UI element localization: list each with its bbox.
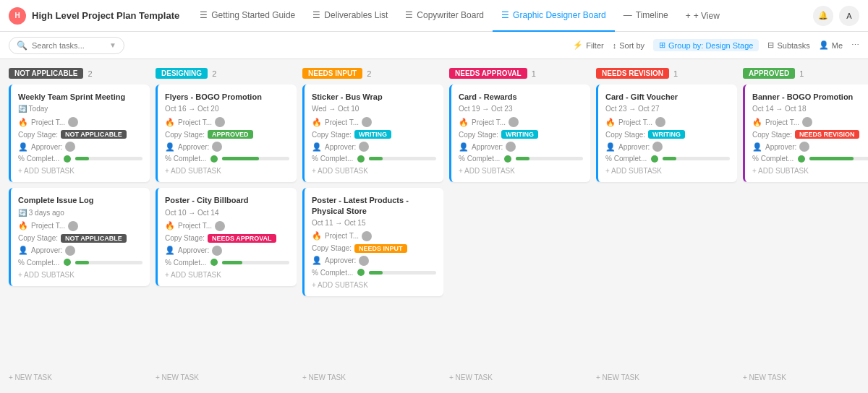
progress-row: % Complet...	[18, 259, 142, 267]
app-logo: H	[9, 7, 26, 25]
progress-row: % Complet...	[312, 155, 436, 163]
tab-getting-started[interactable]: ☰ Getting Started Guide	[191, 0, 304, 32]
task-card[interactable]: Poster - City Billboard Oct 10 → Oct 14 …	[156, 188, 297, 285]
tab-deliverables[interactable]: ☰ Deliverables List	[304, 0, 396, 32]
task-card[interactable]: Sticker - Bus Wrap Wed → Oct 10 🔥 Projec…	[302, 85, 443, 182]
new-task-button[interactable]: + NEW TASK	[596, 371, 737, 384]
card-title: Banner - BOGO Promotion	[752, 92, 868, 102]
approver-label: Approver:	[178, 246, 209, 254]
search-box[interactable]: 🔍 ▼	[9, 37, 124, 54]
sort-button[interactable]: ↕ Sort by	[613, 41, 644, 50]
tab-label: Deliverables List	[324, 10, 388, 20]
copy-stage-badge: NOT APPLICABLE	[61, 130, 127, 139]
tab-label: Timeline	[636, 10, 668, 20]
task-card[interactable]: Banner - BOGO Promotion Oct 14 → Oct 18 …	[743, 85, 868, 182]
project-label: Project T...	[472, 118, 506, 126]
progress-dot	[64, 259, 71, 266]
copy-stage-badge: WRITING	[648, 130, 685, 139]
fire-icon: 🔥	[459, 118, 469, 127]
group-by-button[interactable]: ⊞ Group by: Design Stage	[653, 39, 759, 51]
progress-dot	[357, 155, 365, 163]
progress-label: % Complet...	[752, 155, 793, 163]
card-project-row: 🔥 Project T...	[312, 231, 436, 241]
column-needs-approval: NEEDS APPROVAL 1 Card - Rewards Oct 19 →…	[449, 68, 590, 384]
new-task-button[interactable]: + NEW TASK	[9, 371, 150, 384]
task-card[interactable]: Weekly Team Sprint Meeting 🔄 Today 🔥 Pro…	[9, 85, 150, 182]
toolbar-right: ⚡ Filter ↕ Sort by ⊞ Group by: Design St…	[573, 39, 859, 51]
column-count: 1	[799, 69, 804, 78]
tab-timeline[interactable]: — Timeline	[615, 0, 677, 32]
add-subtask-button[interactable]: + ADD SUBTASK	[459, 167, 583, 175]
project-label: Project T...	[765, 118, 799, 126]
filter-button[interactable]: ⚡ Filter	[573, 40, 603, 50]
tab-copywriter[interactable]: ☰ Copywriter Board	[396, 0, 493, 32]
progress-bar-background	[369, 157, 436, 160]
notification-icon[interactable]: 🔔	[813, 6, 833, 26]
task-card[interactable]: Card - Gift Voucher Oct 23 → Oct 27 🔥 Pr…	[596, 85, 737, 182]
more-options-icon[interactable]: ⋯	[851, 40, 859, 50]
new-task-button[interactable]: + NEW TASK	[302, 371, 443, 384]
subtasks-button[interactable]: ⊟ Subtasks	[767, 40, 809, 50]
copy-stage-row: Copy Stage: WRITING	[459, 130, 583, 139]
approver-label: Approver:	[31, 143, 62, 151]
column-header: APPROVED 1	[743, 68, 868, 79]
date-prefix-icon: 🔄	[18, 105, 27, 113]
add-subtask-button[interactable]: + ADD SUBTASK	[18, 271, 142, 279]
column-needs-input: NEEDS INPUT 2 Sticker - Bus Wrap Wed → O…	[302, 68, 443, 384]
subtasks-icon: ⊟	[767, 40, 774, 50]
add-subtask-button[interactable]: + ADD SUBTASK	[18, 167, 142, 175]
card-title: Poster - City Billboard	[165, 195, 289, 205]
add-view-label: + View	[694, 11, 720, 21]
copy-stage-badge: NEEDS REVISION	[795, 130, 859, 139]
avatar	[509, 117, 519, 127]
new-task-button[interactable]: + NEW TASK	[449, 371, 590, 384]
new-task-button[interactable]: + NEW TASK	[156, 371, 297, 384]
add-subtask-button[interactable]: + ADD SUBTASK	[312, 167, 436, 175]
add-subtask-button[interactable]: + ADD SUBTASK	[312, 281, 436, 289]
copy-stage-label: Copy Stage:	[18, 131, 58, 139]
task-card[interactable]: Poster - Latest Products - Physical Stor…	[302, 188, 443, 296]
avatar	[362, 117, 372, 127]
progress-bar-background	[222, 261, 289, 264]
cards-area: Card - Rewards Oct 19 → Oct 23 🔥 Project…	[449, 85, 590, 365]
task-card[interactable]: Complete Issue Log 🔄 3 days ago 🔥 Projec…	[9, 188, 150, 285]
progress-label: % Complet...	[459, 155, 500, 163]
column-badge: DESIGNING	[156, 68, 208, 79]
progress-row: % Complet...	[605, 155, 730, 163]
column-needs-revision: NEEDS REVISION 1 Card - Gift Voucher Oct…	[596, 68, 737, 384]
card-project-row: 🔥 Project T...	[18, 221, 142, 231]
approver-avatar	[65, 142, 75, 152]
column-header: NEEDS REVISION 1	[596, 68, 737, 79]
column-count: 2	[212, 69, 216, 78]
add-subtask-button[interactable]: + ADD SUBTASK	[752, 167, 868, 175]
add-subtask-button[interactable]: + ADD SUBTASK	[605, 167, 730, 175]
add-subtask-button[interactable]: + ADD SUBTASK	[165, 271, 289, 279]
new-task-button[interactable]: + NEW TASK	[743, 371, 868, 384]
column-badge: NEEDS APPROVAL	[449, 68, 527, 79]
task-card[interactable]: Flyers - BOGO Promotion Oct 16 → Oct 20 …	[156, 85, 297, 182]
search-input[interactable]	[32, 41, 105, 50]
progress-bar-background	[369, 271, 436, 275]
date-prefix-icon: 🔄	[18, 209, 27, 217]
column-badge: NEEDS REVISION	[596, 68, 669, 79]
copy-stage-row: Copy Stage: APPROVED	[165, 130, 289, 139]
task-card[interactable]: Card - Rewards Oct 19 → Oct 23 🔥 Project…	[449, 85, 590, 182]
tab-label: Copywriter Board	[417, 10, 484, 20]
copy-stage-badge: NEEDS INPUT	[354, 244, 407, 253]
card-date: 🔄 Today	[18, 105, 142, 113]
add-view-button[interactable]: + + View	[677, 11, 728, 21]
approver-row: 👤 Approver:	[312, 142, 436, 152]
avatar	[215, 117, 225, 127]
tab-label: Getting Started Guide	[211, 10, 295, 20]
approver-icon: 👤	[752, 142, 762, 152]
me-button[interactable]: 👤 Me	[819, 40, 843, 50]
add-subtask-button[interactable]: + ADD SUBTASK	[165, 167, 289, 175]
tab-graphic-designer[interactable]: ☰ Graphic Designer Board	[493, 0, 615, 32]
avatar	[362, 231, 372, 241]
card-date: 🔄 3 days ago	[18, 209, 142, 217]
cards-area: Sticker - Bus Wrap Wed → Oct 10 🔥 Projec…	[302, 85, 443, 365]
progress-dot	[504, 155, 511, 163]
card-date: Wed → Oct 10	[312, 105, 436, 113]
user-avatar[interactable]: A	[839, 6, 859, 26]
progress-dot	[798, 155, 805, 163]
